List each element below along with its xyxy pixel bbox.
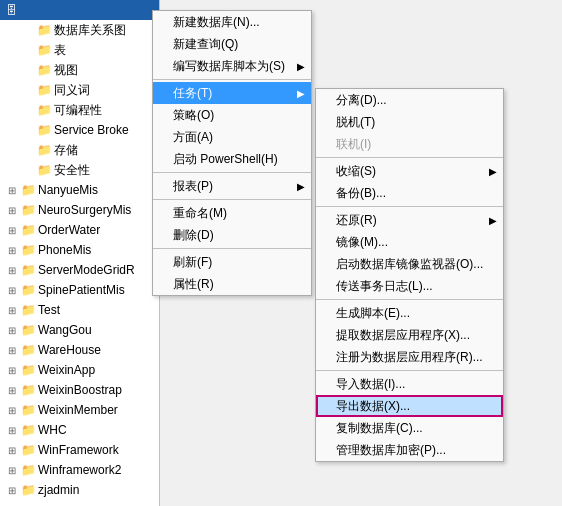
tree-item[interactable]: ⊞📁zjadmin — [0, 480, 159, 500]
tree-expander[interactable]: ⊞ — [4, 182, 20, 198]
tree-expander[interactable] — [20, 102, 36, 118]
folder-icon: 📁 — [36, 143, 52, 157]
menu1-item-9[interactable]: 删除(D) — [153, 224, 311, 246]
menu2-item-7[interactable]: 启动数据库镜像监视器(O)... — [316, 253, 503, 275]
folder-icon: 📁 — [20, 283, 36, 297]
tree-item[interactable]: ⊞📁Test — [0, 300, 159, 320]
menu1-item-7[interactable]: 报表(P)▶ — [153, 175, 311, 197]
tree-expander[interactable]: ⊞ — [4, 462, 20, 478]
folder-icon: 📁 — [20, 183, 36, 197]
tree-item[interactable]: ⊞📁NanyueMis — [0, 180, 159, 200]
menu1-item-4[interactable]: 策略(O) — [153, 104, 311, 126]
tree-expander[interactable]: ⊞ — [4, 302, 20, 318]
tree-expander[interactable] — [20, 122, 36, 138]
tree-item[interactable]: ⊞📁OrderWater — [0, 220, 159, 240]
menu1-item-label: 属性(R) — [173, 276, 214, 293]
tree-item[interactable]: ⊞📁WeixinMember — [0, 400, 159, 420]
menu1-item-2[interactable]: 编写数据库脚本为(S)▶ — [153, 55, 311, 77]
menu2-item-label: 传送事务日志(L)... — [336, 278, 433, 295]
tree-item[interactable]: ⊞📁WangGou — [0, 320, 159, 340]
tree-expander[interactable] — [20, 142, 36, 158]
tree-item-label: WeixinBoostrap — [38, 380, 122, 400]
tree-item[interactable]: ⊞📁SpinePatientMis — [0, 280, 159, 300]
menu2-item-0[interactable]: 分离(D)... — [316, 89, 503, 111]
tree-expander[interactable]: ⊞ — [4, 282, 20, 298]
menu1-item-label: 报表(P) — [173, 178, 213, 195]
menu-separator — [316, 157, 503, 158]
tree-item[interactable]: ⊞📁WinFramework — [0, 440, 159, 460]
tree-item[interactable]: 📁视图 — [0, 60, 159, 80]
menu2-item-15[interactable]: 管理数据库加密(P)... — [316, 439, 503, 461]
menu2-item-label: 收缩(S) — [336, 163, 376, 180]
context-menu-main: 新建数据库(N)...新建查询(Q)编写数据库脚本为(S)▶任务(T)▶策略(O… — [152, 10, 312, 296]
menu1-item-10[interactable]: 刷新(F) — [153, 251, 311, 273]
menu2-item-11[interactable]: 注册为数据层应用程序(R)... — [316, 346, 503, 368]
menu1-item-3[interactable]: 任务(T)▶ — [153, 82, 311, 104]
menu2-item-6[interactable]: 镜像(M)... — [316, 231, 503, 253]
tree-expander[interactable] — [20, 42, 36, 58]
tree-expander[interactable]: ⊞ — [4, 322, 20, 338]
tree-expander[interactable]: ⊞ — [4, 422, 20, 438]
tree-item[interactable]: 📁安全性 — [0, 160, 159, 180]
tree-expander[interactable]: ⊞ — [4, 202, 20, 218]
tree-item[interactable]: 📁可编程性 — [0, 100, 159, 120]
menu2-item-14[interactable]: 复制数据库(C)... — [316, 417, 503, 439]
tree-expander[interactable] — [20, 62, 36, 78]
menu1-item-label: 重命名(M) — [173, 205, 227, 222]
menu1-item-11[interactable]: 属性(R) — [153, 273, 311, 295]
menu2-item-8[interactable]: 传送事务日志(L)... — [316, 275, 503, 297]
menu1-item-6[interactable]: 启动 PowerShell(H) — [153, 148, 311, 170]
submenu-arrow-icon: ▶ — [297, 181, 305, 192]
tree-item[interactable]: ⊞📁WeixinBoostrap — [0, 380, 159, 400]
menu1-item-8[interactable]: 重命名(M) — [153, 202, 311, 224]
tree-expander[interactable]: ⊞ — [4, 382, 20, 398]
tree-item[interactable]: ⊞📁NeuroSurgeryMis — [0, 200, 159, 220]
tree-expander[interactable]: ⊞ — [4, 262, 20, 278]
menu1-item-label: 新建查询(Q) — [173, 36, 238, 53]
folder-icon: 📁 — [36, 123, 52, 137]
tree-item-label: Service Broke — [54, 120, 129, 140]
tree-item[interactable]: ⊞📁PhoneMis — [0, 240, 159, 260]
menu2-item-10[interactable]: 提取数据层应用程序(X)... — [316, 324, 503, 346]
menu2-item-4[interactable]: 备份(B)... — [316, 182, 503, 204]
menu2-item-label: 镜像(M)... — [336, 234, 388, 251]
menu2-item-9[interactable]: 生成脚本(E)... — [316, 302, 503, 324]
menu2-item-13[interactable]: 导出数据(X)... — [316, 395, 503, 417]
tree-expander[interactable]: ⊞ — [4, 402, 20, 418]
tree-item[interactable]: ⊞📁WeixinApp — [0, 360, 159, 380]
tree-expander[interactable] — [20, 162, 36, 178]
tree-item[interactable]: 📁数据库关系图 — [0, 20, 159, 40]
tree-item[interactable]: 📁存储 — [0, 140, 159, 160]
menu1-item-label: 任务(T) — [173, 85, 212, 102]
menu1-item-5[interactable]: 方面(A) — [153, 126, 311, 148]
tree-expander[interactable]: ⊞ — [4, 222, 20, 238]
tree-item[interactable]: 📁Service Broke — [0, 120, 159, 140]
menu1-item-0[interactable]: 新建数据库(N)... — [153, 11, 311, 33]
menu1-item-label: 新建数据库(N)... — [173, 14, 260, 31]
menu-separator — [316, 299, 503, 300]
tree-item[interactable]: ⊞📁WHC — [0, 420, 159, 440]
menu2-item-3[interactable]: 收缩(S)▶ — [316, 160, 503, 182]
tree-expander[interactable]: ⊞ — [4, 482, 20, 498]
menu1-item-1[interactable]: 新建查询(Q) — [153, 33, 311, 55]
tree-expander[interactable]: ⊞ — [4, 362, 20, 378]
tree-item[interactable]: ⊞📁ServerModeGridR — [0, 260, 159, 280]
tree-expander[interactable]: ⊞ — [4, 242, 20, 258]
tree-expander[interactable]: ⊞ — [4, 342, 20, 358]
menu2-item-12[interactable]: 导入数据(I)... — [316, 373, 503, 395]
database-header[interactable]: 🗄 — [0, 0, 159, 20]
menu2-item-1[interactable]: 脱机(T) — [316, 111, 503, 133]
tree-expander[interactable] — [20, 22, 36, 38]
menu2-item-2[interactable]: 联机(I) — [316, 133, 503, 155]
tree-item[interactable]: ⊞📁Winframework2 — [0, 460, 159, 480]
tree-item[interactable]: 📁表 — [0, 40, 159, 60]
submenu-arrow-icon: ▶ — [489, 166, 497, 177]
tree-expander[interactable] — [20, 82, 36, 98]
menu2-item-5[interactable]: 还原(R)▶ — [316, 209, 503, 231]
folder-icon: 📁 — [20, 383, 36, 397]
tree-item[interactable]: 📁同义词 — [0, 80, 159, 100]
tree-item[interactable]: ⊞📁WareHouse — [0, 340, 159, 360]
tree-expander[interactable]: ⊞ — [4, 442, 20, 458]
tree-item-label: PhoneMis — [38, 240, 91, 260]
tree-item-label: WinFramework — [38, 440, 119, 460]
